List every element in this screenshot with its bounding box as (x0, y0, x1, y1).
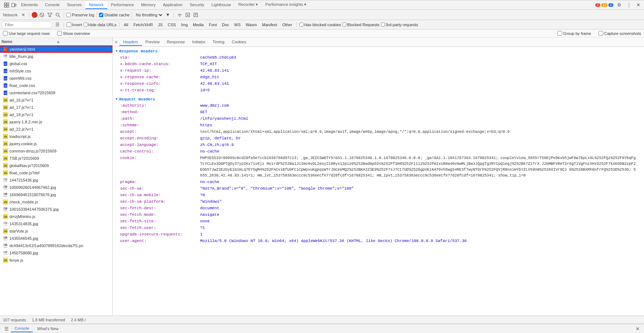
console-tab-whats-new[interactable]: What's New (33, 325, 62, 332)
detail-close-button[interactable]: ✕ (114, 40, 118, 45)
disable-cache-checkbox[interactable] (99, 13, 103, 17)
detail-tab-timing[interactable]: Timing (209, 39, 228, 46)
group-by-frame-label[interactable]: Group by frame (557, 31, 591, 36)
filter-type-media[interactable]: Media (191, 22, 206, 27)
blocked-cookies-label[interactable]: Has blocked cookies (299, 23, 341, 27)
console-tab-console[interactable]: Console (11, 325, 33, 332)
file-item-common-dmzj[interactable]: JS common-dmzj.js?2015609 (0, 147, 112, 155)
filter-type-ws[interactable]: WS (232, 22, 243, 27)
large-rows-label[interactable]: Use large request rows (3, 31, 50, 36)
tab-lighthouse[interactable]: Lighthouse (208, 1, 235, 9)
third-party-label[interactable]: 3rd-party requests (381, 23, 418, 27)
settings-icon[interactable]: ⚙ (616, 1, 623, 9)
detail-tab-cookies[interactable]: Cookies (228, 39, 250, 46)
tab-recorder[interactable]: Recorder ▾ (235, 1, 262, 9)
console-close-button[interactable]: ✕ (634, 325, 641, 332)
filter-type-manifest[interactable]: Manifest (260, 22, 279, 27)
tab-performance-insights[interactable]: Performance insights ▾ (262, 1, 310, 9)
file-item-1435546545[interactable]: 1435546545.jpg (0, 235, 112, 242)
file-item-jquery[interactable]: JS jquery-1.8.2.min.js (0, 118, 112, 126)
sort-icon[interactable]: ▲ (56, 39, 111, 44)
import-har-icon[interactable] (184, 11, 191, 19)
filter-type-other[interactable]: Other (281, 22, 294, 27)
file-item-yaoshenji[interactable]: H yaoshenji.html → (0, 45, 112, 53)
tab-memory[interactable]: Memory (138, 1, 159, 9)
file-item-100099260[interactable]: 100099260144967462.jpg (0, 184, 112, 191)
blocked-cookies-checkbox[interactable] (299, 23, 303, 27)
blocked-requests-checkbox[interactable] (342, 23, 346, 27)
filter-type-fetch[interactable]: Fetch/XHR (131, 22, 155, 27)
file-item-check-mobile[interactable]: JS check_mobile.js (0, 198, 112, 206)
tab-elements[interactable]: Elements (17, 1, 41, 9)
tab-performance[interactable]: Performance (107, 1, 138, 9)
preserve-log-label[interactable]: Preserve log (66, 13, 94, 17)
file-item-dmzjmhintro[interactable]: JS dmzjMhintro.js (0, 213, 112, 220)
export-har-icon[interactable] (192, 11, 199, 19)
clear-button[interactable] (38, 11, 45, 19)
file-item-dc49d413[interactable]: dc49d413c61f1a4507889162decda7f1.pn (0, 242, 112, 249)
throttle-select[interactable]: No throttling (134, 12, 163, 17)
online-icon[interactable] (176, 11, 183, 19)
request-headers-title[interactable]: Request Headers (116, 96, 641, 102)
file-item-mhstyle[interactable]: CSS mhStyle.css (0, 67, 112, 75)
filter-icon[interactable] (46, 11, 53, 19)
file-item-ad22[interactable]: JS ad_22.js?v=1 (0, 126, 112, 133)
file-item-float-code-css[interactable]: CSS float_code.css (0, 82, 112, 89)
blocked-requests-label[interactable]: Blocked Requests (342, 23, 379, 27)
search-icon[interactable] (54, 11, 61, 19)
detail-tab-response[interactable]: Response (163, 39, 189, 46)
file-item-openwd[interactable]: CSS openWd.css (0, 75, 112, 82)
file-item-ucenterland[interactable]: CSS ucenterland.css?2015609 (0, 89, 112, 96)
file-item-tsb[interactable]: JS TSB.js?2015609 (0, 155, 112, 162)
file-item-loadscript[interactable]: JS loadscript.js (0, 133, 112, 140)
tab-sources[interactable]: Sources (63, 1, 85, 9)
show-overview-checkbox[interactable] (57, 31, 62, 36)
filter-options-icon[interactable]: ☰ (54, 21, 61, 28)
inspect-icon[interactable] (3, 1, 10, 9)
filter-type-all[interactable]: All (122, 22, 130, 27)
tab-application[interactable]: Application (159, 1, 186, 9)
tab-network[interactable]: Network (86, 1, 107, 9)
tab-security[interactable]: Security (186, 1, 208, 9)
filter-type-doc[interactable]: Doc (220, 22, 231, 27)
file-item-ad18[interactable]: JS ad_18.js?v=1 (0, 111, 112, 118)
file-item-1450758680[interactable]: 1450758680.jpg (0, 249, 112, 257)
show-overview-label[interactable]: Show overview (57, 31, 90, 36)
detail-tab-initiator[interactable]: Initiator (188, 39, 209, 46)
group-by-frame-checkbox[interactable] (557, 31, 562, 36)
file-item-title-thum[interactable]: title_thum.jpg (0, 53, 112, 60)
file-item-jquery-cookie[interactable]: JS jquery.cookie.js (0, 140, 112, 147)
file-item-100163394[interactable]: 100163394144750637S.jpg (0, 206, 112, 213)
filter-type-font[interactable]: Font (207, 22, 219, 27)
filter-type-img[interactable]: Img (179, 22, 190, 27)
console-bar-menu-icon[interactable]: ☰ (3, 325, 10, 332)
file-item-fenye[interactable]: JS fenye.js (0, 257, 112, 264)
preserve-log-checkbox[interactable] (66, 13, 71, 17)
file-item-global-css[interactable]: CSS global.css (0, 60, 112, 67)
hide-data-urls-label[interactable]: Hide data URLs (84, 23, 117, 27)
file-item-1447215436[interactable]: 1447215436.jpg (0, 177, 112, 184)
tab-console[interactable]: Console (41, 1, 63, 9)
filter-type-css[interactable]: CSS (166, 22, 178, 27)
detail-tab-headers[interactable]: Headers (119, 39, 142, 46)
record-button[interactable] (32, 12, 37, 18)
close-search-icon[interactable]: ✕ (20, 11, 27, 19)
file-item-ad16[interactable]: JS ad_16.js?v=1 (0, 96, 112, 104)
file-item-starvote[interactable]: JS starVote.js (0, 227, 112, 235)
hide-data-urls-checkbox[interactable] (84, 23, 88, 27)
large-rows-checkbox[interactable] (3, 31, 8, 36)
invert-checkbox-label[interactable]: Invert (67, 22, 82, 27)
file-item-1435314835[interactable]: 1435314835.jpg (0, 220, 112, 227)
filter-type-wasm[interactable]: Wasm (244, 22, 259, 27)
device-toolbar-icon[interactable] (10, 1, 17, 9)
filter-type-js[interactable]: JS (156, 22, 164, 27)
disable-cache-label[interactable]: Disable cache (99, 13, 130, 17)
close-devtools-icon[interactable]: ✕ (635, 1, 642, 9)
file-item-globalnav[interactable]: JS globalNav.js?2015609 (0, 162, 112, 169)
detail-tab-preview[interactable]: Preview (142, 39, 163, 46)
throttle-dropdown-icon[interactable]: ▼ (164, 11, 171, 19)
filter-input[interactable] (1, 21, 52, 28)
capture-screenshots-label[interactable]: Capture screenshots (599, 31, 641, 36)
response-headers-title[interactable]: Response Headers (116, 48, 641, 54)
file-item-166969461[interactable]: 166969461518076676.jpg (0, 191, 112, 198)
